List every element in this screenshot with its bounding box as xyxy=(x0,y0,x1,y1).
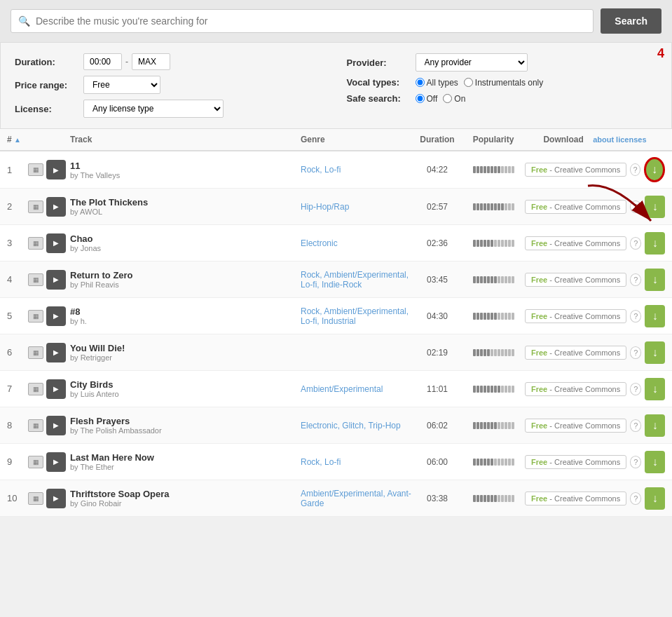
price-label: Price range: xyxy=(15,80,78,90)
row-popularity xyxy=(462,495,525,502)
license-help-button[interactable]: ? xyxy=(630,492,641,505)
play-button[interactable]: ▶ xyxy=(46,489,66,508)
license-help-button[interactable]: ? xyxy=(630,310,641,323)
film-icon[interactable]: ▦ xyxy=(28,383,43,395)
track-title[interactable]: Flesh Prayers xyxy=(70,416,301,426)
download-button[interactable]: ↓ xyxy=(645,414,665,437)
track-title[interactable]: Thriftstore Soap Opera xyxy=(70,489,301,499)
header-download: Download about licenses xyxy=(525,135,665,144)
film-icon[interactable]: ▦ xyxy=(28,273,43,286)
play-button[interactable]: ▶ xyxy=(46,233,66,253)
track-title[interactable]: The Plot Thickens xyxy=(70,197,301,208)
popularity-bar-segment xyxy=(491,386,493,393)
track-title[interactable]: City Birds xyxy=(70,379,301,390)
search-button[interactable]: Search xyxy=(601,8,661,34)
license-free-text: Free xyxy=(531,239,547,248)
license-free-text: Free xyxy=(531,348,547,357)
track-title[interactable]: #8 xyxy=(70,306,301,317)
popularity-bar-segment xyxy=(473,203,476,210)
license-help-button[interactable]: ? xyxy=(630,383,641,395)
track-title[interactable]: You Will Die! xyxy=(70,343,301,353)
popularity-bar-segment xyxy=(512,495,514,502)
popularity-bar-segment xyxy=(487,459,490,466)
popularity-bar-segment xyxy=(473,240,476,247)
row-download: Free - Creative Commons ? ↓ xyxy=(525,232,665,255)
popularity-bar-segment xyxy=(505,276,507,283)
license-help-button[interactable]: ? xyxy=(630,163,640,176)
popularity-bar xyxy=(462,422,525,429)
play-button[interactable]: ▶ xyxy=(46,416,66,435)
popularity-bar-segment xyxy=(473,422,476,429)
download-button[interactable]: ↓ xyxy=(645,487,665,510)
film-icon[interactable]: ▦ xyxy=(28,346,43,359)
popularity-bar-segment xyxy=(505,422,507,429)
download-button[interactable]: ↓ xyxy=(645,196,665,218)
play-button[interactable]: ▶ xyxy=(46,306,66,326)
download-button[interactable]: ↓ xyxy=(644,157,665,182)
download-button[interactable]: ↓ xyxy=(645,378,665,400)
license-label: License: xyxy=(15,104,78,114)
license-free-text: Free xyxy=(531,312,547,320)
license-help-button[interactable]: ? xyxy=(630,346,641,359)
popularity-bar-segment xyxy=(508,203,511,210)
license-help-button[interactable]: ? xyxy=(630,201,641,213)
play-button[interactable]: ▶ xyxy=(46,160,66,179)
film-icon[interactable]: ▦ xyxy=(28,237,43,250)
popularity-bar-segment xyxy=(484,276,486,283)
popularity-bar-segment xyxy=(484,495,486,502)
download-button[interactable]: ↓ xyxy=(645,269,665,291)
popularity-bar-segment xyxy=(508,166,511,173)
row-icons: ▦ ▶ xyxy=(28,489,70,508)
download-button[interactable]: ↓ xyxy=(645,451,665,473)
film-icon[interactable]: ▦ xyxy=(28,456,43,468)
play-button[interactable]: ▶ xyxy=(46,379,66,399)
duration-to-input[interactable] xyxy=(132,53,170,70)
header-genre: Genre xyxy=(301,135,413,144)
license-free-text: Free xyxy=(531,165,547,174)
play-button[interactable]: ▶ xyxy=(46,343,66,362)
vocal-inst-radio[interactable]: Instrumentals only xyxy=(464,78,543,88)
track-title[interactable]: Chao xyxy=(70,233,301,244)
play-button[interactable]: ▶ xyxy=(46,197,66,217)
duration-from-input[interactable] xyxy=(83,53,122,70)
safe-on-radio[interactable]: On xyxy=(443,94,465,104)
play-button[interactable]: ▶ xyxy=(46,270,66,290)
download-button[interactable]: ↓ xyxy=(645,305,665,327)
track-title[interactable]: 11 xyxy=(70,161,301,171)
table-row: 8 ▦ ▶ Flesh Prayers by The Polish Ambass… xyxy=(0,407,672,444)
track-title[interactable]: Last Man Here Now xyxy=(70,452,301,463)
download-button[interactable]: ↓ xyxy=(645,341,665,364)
license-help-button[interactable]: ? xyxy=(630,419,641,432)
license-help-button[interactable]: ? xyxy=(630,456,641,468)
license-free-text: Free xyxy=(531,421,547,430)
price-select[interactable]: Free xyxy=(83,76,160,94)
popularity-bar xyxy=(462,203,525,210)
popularity-bar-segment xyxy=(498,203,500,210)
provider-select[interactable]: Any provider xyxy=(416,53,528,72)
popularity-bar-segment xyxy=(494,240,497,247)
play-button[interactable]: ▶ xyxy=(46,452,66,472)
about-licenses-link[interactable]: about licenses xyxy=(593,135,646,144)
popularity-bar-segment xyxy=(480,166,483,173)
license-select[interactable]: Any license type xyxy=(83,100,224,118)
license-help-button[interactable]: ? xyxy=(630,237,641,250)
popularity-bar-segment xyxy=(487,495,490,502)
popularity-bar-segment xyxy=(487,203,490,210)
vocal-all-radio[interactable]: All types xyxy=(416,78,458,88)
license-cc-text: - Creative Commons xyxy=(549,203,620,211)
safe-label: Safe search: xyxy=(347,93,410,104)
film-icon[interactable]: ▦ xyxy=(28,310,43,323)
safe-off-radio[interactable]: Off xyxy=(416,94,438,104)
track-title[interactable]: Return to Zero xyxy=(70,270,301,280)
popularity-bar-segment xyxy=(476,240,479,247)
search-input[interactable] xyxy=(36,15,586,27)
license-help-button[interactable]: ? xyxy=(630,273,641,286)
film-icon[interactable]: ▦ xyxy=(28,163,43,176)
film-icon[interactable]: ▦ xyxy=(28,419,43,432)
popularity-bar-segment xyxy=(501,349,504,356)
download-button[interactable]: ↓ xyxy=(645,232,665,255)
film-icon[interactable]: ▦ xyxy=(28,492,43,505)
film-icon[interactable]: ▦ xyxy=(28,201,43,213)
row-icons: ▦ ▶ xyxy=(28,233,70,253)
popularity-bar-segment xyxy=(512,349,514,356)
